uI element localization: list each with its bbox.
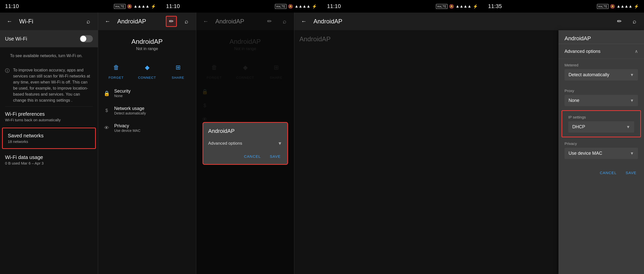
privacy-row-2: 👁 Privacy Use device MAC (98, 119, 196, 137)
wifi-screen-title: Wi-Fi (19, 18, 79, 25)
screens-container: ← Wi-Fi ⌕ Use Wi-Fi To see available net… (0, 13, 644, 274)
dialog-cancel-btn[interactable]: CANCEL (242, 152, 263, 161)
use-wifi-toggle[interactable] (80, 35, 93, 42)
use-wifi-toggle-row: Use Wi-Fi (0, 30, 98, 47)
ip-settings-dropdown[interactable]: DHCP ▼ (568, 121, 634, 133)
share-icon-2: ⊞ (172, 61, 184, 74)
status-icons-1: VoLTE 🔕 ▲▲▲▲ ⚡ (114, 4, 156, 9)
appbar-androidap-4: ← AndroidAP ✏ ⌕ (294, 13, 644, 30)
advanced-options-row[interactable]: Advanced options ▼ (203, 137, 287, 150)
expand-icon: ▼ (278, 141, 282, 146)
network-header-2: AndroidAP Not in range (98, 30, 196, 56)
privacy-value: Use device MAC (569, 151, 602, 156)
status-segment-3: 11:10 VoLTE 🔕 ▲▲▲▲ ⚡ (322, 0, 483, 13)
silent-icon-2: 🔕 (288, 4, 293, 9)
search-icon-4: ⌕ (633, 18, 636, 25)
battery-icon-1: ⚡ (151, 4, 156, 9)
search-button-2[interactable]: ⌕ (181, 16, 192, 27)
back-button-4[interactable]: ← (298, 16, 309, 27)
privacy-section: Privacy Use device MAC ▼ (558, 137, 644, 163)
proxy-label: Proxy (565, 89, 638, 93)
search-button-wifi[interactable]: ⌕ (83, 16, 94, 27)
proxy-dropdown-icon: ▼ (630, 98, 634, 103)
connect-button-2[interactable]: ◆ CONNECT (137, 61, 157, 80)
forget-icon-2: 🗑 (110, 61, 123, 74)
privacy-subtitle-2: Use device MAC (114, 129, 191, 133)
edit-button-2-highlighted[interactable]: ✏ (166, 16, 177, 27)
volte-icon-3: VoLTE (436, 4, 448, 9)
metered-value: Detect automatically (569, 72, 609, 77)
ip-settings-section-highlighted: IP settings DHCP ▼ (561, 110, 641, 137)
info-text-part3: . (71, 98, 72, 102)
saved-networks-item[interactable]: Saved networks 18 networks (2, 128, 96, 149)
edit-icon-2: ✏ (169, 18, 174, 25)
advanced-cancel-btn[interactable]: CANCEL (597, 169, 619, 177)
advanced-panel-actions: CANCEL SAVE (558, 165, 644, 180)
panel-network-name: AndroidAP (558, 30, 644, 44)
security-subtitle-2: None (114, 94, 191, 98)
wifi-data-usage-item[interactable]: Wi-Fi data usage 0 B used Mar 6 – Apr 3 (0, 150, 98, 170)
wifi-data-usage-subtitle: 0 B used Mar 6 – Apr 3 (5, 161, 93, 165)
panel-title: AndroidAP (565, 35, 591, 42)
network-status-2: Not in range (136, 47, 158, 51)
search-button-4[interactable]: ⌕ (629, 16, 640, 27)
proxy-dropdown[interactable]: None ▼ (565, 95, 638, 106)
advanced-options-collapse-label: Advanced options (565, 49, 600, 54)
info-text-location: To improve location accuracy, apps and s… (13, 67, 93, 103)
action-row-2: 🗑 FORGET ◆ CONNECT ⊞ SHARE (98, 56, 196, 85)
privacy-dropdown[interactable]: Use device MAC ▼ (565, 148, 638, 159)
privacy-dropdown-icon: ▼ (630, 151, 634, 156)
advanced-options-collapse-btn[interactable]: Advanced options ∧ (558, 44, 644, 59)
back-button-wifi[interactable]: ← (4, 16, 15, 27)
saved-networks-menu-item[interactable]: Saved networks 18 networks (3, 128, 95, 148)
advanced-options-label: Advanced options (208, 141, 242, 146)
status-time-1: 11:10 (5, 3, 19, 10)
info-icon: ⓘ (5, 68, 10, 74)
scanning-settings-link[interactable]: scanning settings (39, 98, 70, 102)
advanced-settings-panel: AndroidAP Advanced options ∧ Metered Det… (558, 30, 644, 274)
screen-androidap-dialog: ← AndroidAP ✏ ⌕ AndroidAP Not in range 🗑… (196, 13, 294, 274)
network-usage-title-2: Network usage (114, 106, 191, 111)
screen-wifi-settings: ← Wi-Fi ⌕ Use Wi-Fi To see available net… (0, 13, 98, 274)
status-segment-2: 11:10 VoLTE 🔕 ▲▲▲▲ ⚡ (161, 0, 322, 13)
wifi-preferences-title: Wi-Fi preferences (5, 111, 93, 117)
wifi-preferences-item[interactable]: Wi-Fi preferences Wi-Fi turns back on au… (0, 107, 98, 127)
connect-label-2: CONNECT (138, 76, 156, 80)
dialog-save-btn[interactable]: SAVE (267, 152, 283, 161)
appbar-androidap-2: ← AndroidAP ✏ ⌕ (98, 13, 196, 30)
battery-icon-4: ⚡ (634, 4, 639, 9)
silent-icon-4: 🔕 (610, 4, 615, 9)
volte-icon-1: VoLTE (114, 4, 126, 9)
search-icon-wifi: ⌕ (87, 18, 90, 25)
security-title-2: Security (114, 89, 191, 94)
metered-dropdown[interactable]: Detect automatically ▼ (565, 69, 638, 81)
edit-button-4[interactable]: ✏ (614, 16, 625, 27)
androidap-title-4: AndroidAP (313, 18, 610, 25)
info-row-location: ⓘ To improve location accuracy, apps and… (0, 64, 98, 106)
status-time-2: 11:10 (166, 3, 180, 10)
status-time-4: 11:35 (488, 3, 502, 10)
metered-label: Metered (565, 63, 638, 67)
ip-settings-dropdown-icon: ▼ (626, 125, 630, 129)
ip-settings-value: DHCP (572, 124, 585, 130)
appbar-wifi: ← Wi-Fi ⌕ (0, 13, 98, 30)
advanced-save-btn[interactable]: SAVE (623, 169, 639, 177)
status-segment-1: 11:10 VoLTE 🔕 ▲▲▲▲ ⚡ (0, 0, 161, 13)
signal-icon-4: ▲▲▲▲ (617, 4, 632, 9)
dialog-actions: CANCEL SAVE (203, 150, 287, 164)
dialog-overlay-3: AndroidAP Advanced options ▼ CANCEL SAVE (196, 13, 294, 274)
status-time-3: 11:10 (327, 3, 341, 10)
battery-icon-3: ⚡ (473, 4, 478, 9)
signal-icon-1: ▲▲▲▲ (134, 4, 149, 9)
screen-androidap-edit: ← AndroidAP ✏ ⌕ AndroidAP Not in range 🗑… (98, 13, 196, 274)
advanced-options-dialog: AndroidAP Advanced options ▼ CANCEL SAVE (203, 122, 288, 165)
forget-button-2[interactable]: 🗑 FORGET (106, 61, 126, 80)
share-button-2[interactable]: ⊞ SHARE (168, 61, 188, 80)
back-icon-2: ← (105, 18, 110, 25)
volte-icon-4: VoLTE (597, 4, 609, 9)
back-button-2[interactable]: ← (102, 16, 113, 27)
edit-icon-4: ✏ (617, 18, 622, 25)
info-text-part1: To improve location accuracy, apps and s… (13, 68, 90, 102)
ip-settings-section: IP settings DHCP ▼ (562, 111, 640, 137)
search-icon-2: ⌕ (185, 18, 188, 25)
